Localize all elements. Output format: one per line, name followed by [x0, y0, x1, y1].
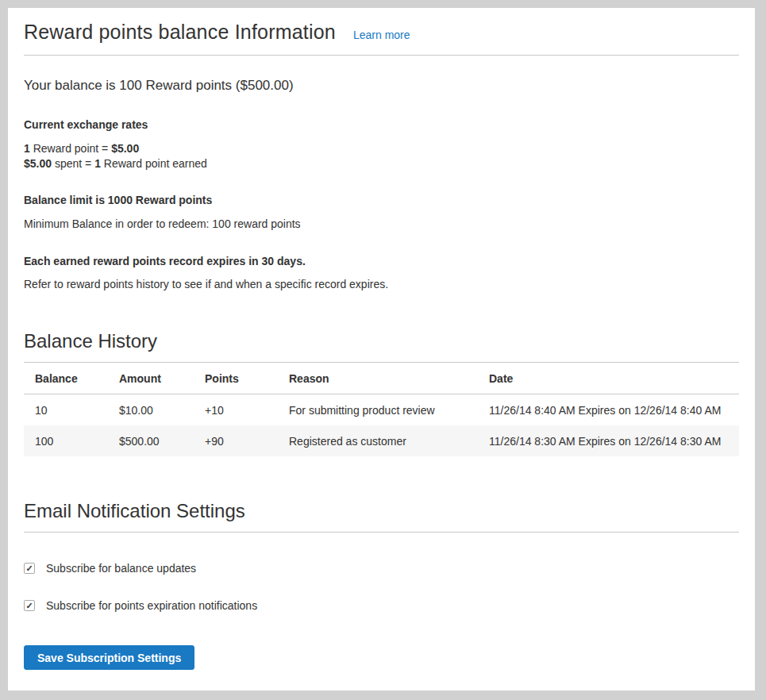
balance-updates-checkbox-row[interactable]: ✓ Subscribe for balance updates [24, 562, 739, 575]
expiration-notifications-checkbox-label: Subscribe for points expiration notifica… [46, 599, 257, 612]
cell-points: +10 [194, 394, 278, 426]
cell-balance: 100 [24, 425, 108, 456]
balance-updates-checkbox-label: Subscribe for balance updates [46, 562, 196, 575]
learn-more-link[interactable]: Learn more [353, 29, 410, 41]
expiry-note-text: Refer to reward points history to see if… [24, 278, 739, 290]
table-row: 10 $10.00 +10 For submitting product rev… [24, 394, 739, 426]
balance-history-table: Balance Amount Points Reason Date 10 $10… [24, 363, 739, 456]
column-header-date: Date [478, 363, 739, 394]
balance-limit-text: Balance limit is 1000 Reward points [24, 194, 739, 206]
expiry-policy-text: Each earned reward points record expires… [24, 255, 739, 267]
column-header-points: Points [194, 363, 278, 394]
cell-reason: Registered as customer [278, 425, 478, 456]
cell-points: +90 [194, 425, 278, 456]
exchange-rates-heading: Current exchange rates [24, 118, 739, 131]
column-header-balance: Balance [24, 363, 108, 394]
balance-summary: Your balance is 100 Reward points ($500.… [24, 78, 739, 94]
cell-amount: $10.00 [108, 394, 194, 426]
cell-reason: For submitting product review [278, 394, 478, 426]
page-title: Reward points balance Information [24, 21, 336, 44]
cell-date: 11/26/14 8:30 AM Expires on 12/26/14 8:3… [478, 425, 739, 456]
page-header: Reward points balance Information Learn … [24, 21, 739, 56]
column-header-amount: Amount [108, 363, 194, 394]
exchange-rates-lines: 1 Reward point = $5.00 $5.00 spent = 1 R… [24, 141, 739, 171]
table-header-row: Balance Amount Points Reason Date [24, 363, 739, 394]
column-header-reason: Reason [278, 363, 478, 394]
minimum-balance-text: Minimum Balance in order to redeem: 100 … [24, 217, 739, 230]
balance-history-heading: Balance History [24, 330, 739, 363]
expiration-notifications-checkbox-row[interactable]: ✓ Subscribe for points expiration notifi… [24, 599, 739, 612]
exchange-rate-line-spend: $5.00 spent = 1 Reward point earned [24, 156, 739, 171]
checkbox-checked-icon[interactable]: ✓ [24, 600, 35, 611]
cell-amount: $500.00 [108, 425, 194, 456]
email-settings-heading: Email Notification Settings [24, 500, 739, 533]
cell-date: 11/26/14 8:40 AM Expires on 12/26/14 8:4… [478, 394, 739, 426]
save-subscription-settings-button[interactable]: Save Subscription Settings [24, 645, 194, 670]
reward-points-panel: Reward points balance Information Learn … [8, 8, 755, 690]
table-row: 100 $500.00 +90 Registered as customer 1… [24, 425, 739, 456]
exchange-rate-line-earn: 1 Reward point = $5.00 [24, 141, 739, 156]
cell-balance: 10 [24, 394, 108, 426]
checkbox-checked-icon[interactable]: ✓ [24, 563, 35, 574]
